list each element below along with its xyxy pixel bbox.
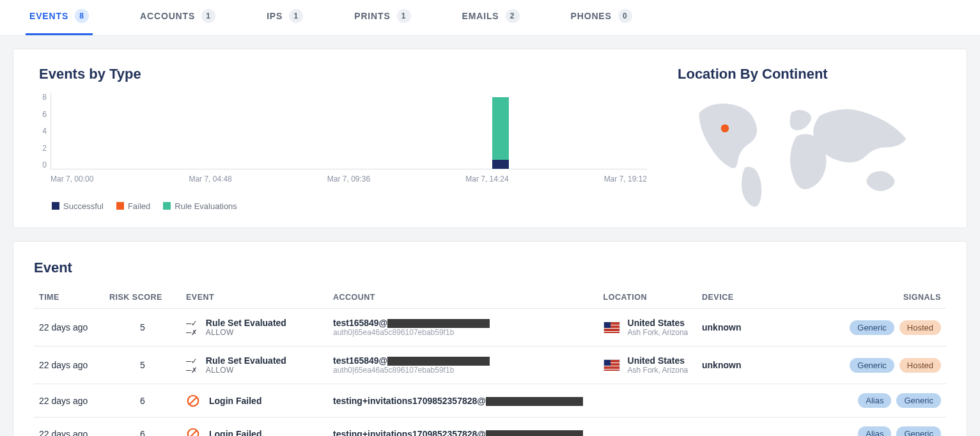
- signal-badge: Generic: [896, 426, 941, 436]
- y-tick: 8: [42, 93, 47, 102]
- cell-risk: 5: [104, 346, 181, 384]
- deny-icon: [186, 427, 200, 437]
- tabs: EVENTS8ACCOUNTS1IPS1PRINTS1EMAILS2PHONES…: [0, 0, 980, 36]
- cell-location: [598, 384, 697, 417]
- events-by-type-chart: Events by Type 86420 Mar 7, 00:00Mar 7, …: [39, 66, 647, 211]
- account-email: test165849@: [333, 355, 593, 366]
- table-row[interactable]: 22 days ago5–✓–✗Rule Set EvaluatedALLOWt…: [34, 309, 946, 346]
- account-id: auth0|65ea46a5c896107ebab59f1b: [333, 366, 593, 375]
- tab-count: 0: [618, 9, 632, 23]
- chart-y-axis: 86420: [39, 93, 51, 169]
- tab-emails[interactable]: EMAILS2: [458, 0, 524, 35]
- legend-item: Rule Evaluations: [163, 201, 237, 211]
- tab-label: IPS: [267, 11, 283, 21]
- cell-account: testing+invitations1709852357828@: [328, 417, 598, 437]
- redacted: [387, 357, 490, 366]
- tab-label: PRINTS: [354, 11, 390, 21]
- table-row[interactable]: 22 days ago6Login Failedtesting+invitati…: [34, 384, 946, 417]
- col-event[interactable]: EVENT: [181, 286, 328, 309]
- signal-badge: Alias: [858, 426, 891, 436]
- signal-badge: Generic: [850, 320, 894, 335]
- signal-badge: Generic: [850, 358, 894, 373]
- flag-icon: [603, 322, 620, 333]
- tab-label: EVENTS: [29, 11, 68, 21]
- account-email-prefix: test165849@: [333, 318, 387, 328]
- table-row[interactable]: 22 days ago6Login Failedtesting+invitati…: [34, 417, 946, 437]
- event-title: Rule Set Evaluated: [206, 318, 286, 328]
- event-subtitle: ALLOW: [206, 366, 286, 375]
- account-email: testing+invitations1709852357828@: [333, 396, 593, 406]
- cell-risk: 6: [104, 384, 181, 417]
- cell-time: 22 days ago: [34, 309, 104, 346]
- svg-line-1: [190, 397, 197, 404]
- tab-events[interactable]: EVENTS8: [26, 0, 93, 35]
- y-tick: 6: [42, 110, 47, 119]
- map-title: Location By Continent: [678, 66, 946, 82]
- cell-event: –✓–✗Rule Set EvaluatedALLOW: [181, 346, 328, 384]
- tab-count: 1: [201, 9, 215, 23]
- legend-swatch: [52, 202, 59, 210]
- x-tick: Mar 7, 14:24: [465, 175, 508, 183]
- deny-icon: [186, 394, 200, 408]
- legend-swatch: [163, 202, 171, 210]
- y-tick: 0: [42, 160, 47, 169]
- col-time[interactable]: TIME: [34, 286, 104, 309]
- event-table: TIME RISK SCORE EVENT ACCOUNT LOCATION D…: [34, 286, 946, 436]
- event-title: Login Failed: [209, 429, 261, 437]
- signal-badge: Alias: [858, 393, 891, 408]
- tab-accounts[interactable]: ACCOUNTS1: [136, 0, 219, 35]
- x-tick: Mar 7, 00:00: [51, 175, 93, 183]
- chart-bar-segment: [492, 160, 509, 169]
- col-account[interactable]: ACCOUNT: [328, 286, 598, 309]
- location-by-continent: Location By Continent: [678, 66, 946, 211]
- svg-line-3: [190, 430, 197, 436]
- cell-device: [697, 384, 825, 417]
- flag-icon: [603, 359, 620, 371]
- table-row[interactable]: 22 days ago5–✓–✗Rule Set EvaluatedALLOWt…: [34, 346, 946, 384]
- col-risk[interactable]: RISK SCORE: [104, 286, 181, 309]
- account-email-prefix: test165849@: [333, 355, 387, 366]
- col-device[interactable]: DEVICE: [697, 286, 825, 309]
- col-location[interactable]: LOCATION: [598, 286, 697, 309]
- legend-swatch: [116, 202, 124, 210]
- account-email: testing+invitations1709852357828@: [333, 429, 593, 437]
- cell-location: [598, 417, 697, 437]
- location-city: Ash Fork, Arizona: [628, 328, 688, 337]
- cell-signals: AliasGeneric: [825, 417, 946, 437]
- ruleset-icon: –✓–✗: [186, 318, 197, 336]
- tab-label: EMAILS: [462, 11, 499, 21]
- tab-label: ACCOUNTS: [140, 11, 195, 21]
- location-country: United States: [628, 355, 688, 366]
- table-header-row: TIME RISK SCORE EVENT ACCOUNT LOCATION D…: [34, 286, 946, 309]
- tab-count: 1: [397, 9, 411, 23]
- svg-point-2: [188, 428, 199, 436]
- legend-item: Failed: [116, 201, 150, 211]
- tab-ips[interactable]: IPS1: [263, 0, 307, 35]
- cell-signals: AliasGeneric: [825, 384, 946, 417]
- chart-x-axis: Mar 7, 00:00Mar 7, 04:48Mar 7, 09:36Mar …: [51, 175, 647, 183]
- x-tick: Mar 7, 09:36: [327, 175, 370, 183]
- cell-signals: GenericHosted: [825, 309, 946, 346]
- cell-location: United StatesAsh Fork, Arizona: [598, 346, 697, 384]
- x-tick: Mar 7, 04:48: [189, 175, 231, 183]
- col-signals[interactable]: SIGNALS: [825, 286, 946, 309]
- tab-count: 8: [75, 9, 89, 23]
- cell-account: testing+invitations1709852357828@: [328, 384, 598, 417]
- signal-badge: Generic: [896, 393, 941, 408]
- cell-device: unknown: [697, 309, 825, 346]
- cell-time: 22 days ago: [34, 417, 104, 437]
- event-title: Rule Set Evaluated: [206, 355, 286, 366]
- map-marker: [721, 125, 729, 133]
- y-tick: 2: [42, 144, 47, 153]
- legend-label: Rule Evaluations: [175, 201, 237, 211]
- event-table-panel: Event TIME RISK SCORE EVENT ACCOUNT LOCA…: [13, 241, 967, 436]
- legend-item: Successful: [52, 201, 104, 211]
- cell-event: Login Failed: [181, 384, 328, 417]
- cell-risk: 5: [104, 309, 181, 346]
- tab-prints[interactable]: PRINTS1: [350, 0, 414, 35]
- tab-phones[interactable]: PHONES0: [567, 0, 636, 35]
- cell-time: 22 days ago: [34, 346, 104, 384]
- event-section-title: Event: [34, 260, 946, 276]
- cell-event: –✓–✗Rule Set EvaluatedALLOW: [181, 309, 328, 346]
- location-country: United States: [628, 318, 688, 328]
